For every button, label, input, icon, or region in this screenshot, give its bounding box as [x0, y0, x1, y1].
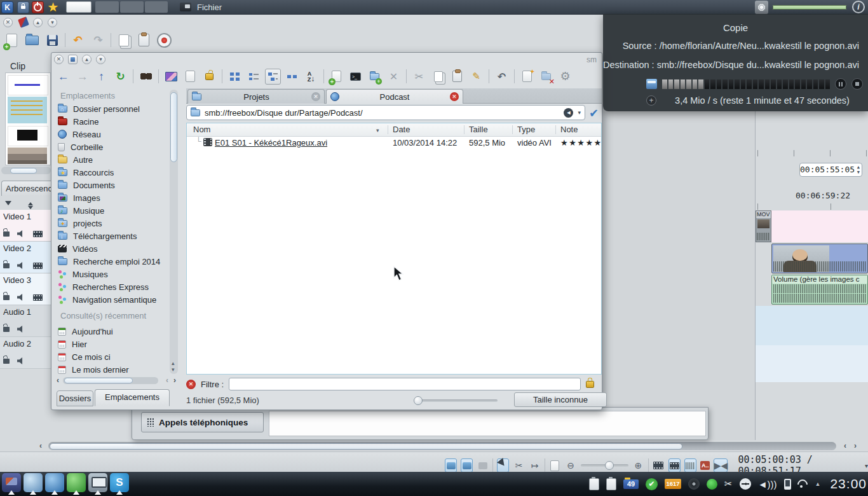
film-frames-icon[interactable] [653, 458, 665, 472]
place-videos[interactable]: Vidéos [58, 242, 167, 255]
stop-icon[interactable] [851, 78, 863, 90]
forward-icon[interactable]: → [74, 69, 90, 85]
undo-icon[interactable]: ↶ [70, 32, 86, 48]
cut-icon[interactable]: ✂ [411, 69, 427, 85]
close-tab-icon[interactable]: ✕ [450, 92, 459, 101]
expand-details-icon[interactable]: + [646, 95, 656, 106]
column-type[interactable]: Type [517, 125, 535, 134]
places-vscrollbar[interactable]: ▴▾ [170, 90, 178, 374]
back-icon[interactable]: ← [55, 69, 71, 85]
undo-icon[interactable]: ↶ [494, 69, 510, 85]
place-corbeille[interactable]: Corbeille [58, 141, 167, 153]
mute-track-icon[interactable] [17, 230, 25, 237]
clip-list[interactable] [5, 72, 51, 165]
place-dossier-personnel[interactable]: ⌂Dossier personnel [58, 102, 167, 115]
panel-tab-dossiers[interactable]: Dossiers [57, 390, 93, 406]
track-header-video2[interactable]: Video 2 [0, 242, 52, 273]
file-list[interactable]: Nom ▾ Date Taille Type Note └ E01 S01 - … [186, 123, 602, 375]
monitor-timecode-spinbox[interactable]: 00:05:55:05▲▼ [799, 163, 862, 177]
view-list-icon[interactable] [246, 69, 262, 85]
zoom-slider[interactable] [581, 464, 628, 467]
clear-url-icon[interactable]: ◄ [564, 108, 573, 118]
scroll-left-icon[interactable]: ‹ [844, 441, 846, 450]
find-icon[interactable] [138, 69, 154, 85]
track-header-audio1[interactable]: Audio 1 [0, 305, 52, 337]
place-aujourdhui[interactable]: Aujourd'hui [58, 325, 167, 338]
view-compact-icon[interactable] [284, 69, 300, 85]
clip-thumbnail[interactable] [8, 126, 48, 146]
rename-icon[interactable]: ✎ [468, 69, 484, 85]
counter-badge[interactable]: 1617 [665, 479, 681, 489]
task-preview[interactable] [120, 1, 144, 13]
track-header-video3[interactable]: Video 3 [0, 273, 52, 305]
place-navigation-semantique[interactable]: Navigation sémantique [58, 293, 167, 306]
document-icon[interactable] [182, 69, 198, 85]
selection-tool-icon[interactable] [497, 458, 509, 472]
new-tab-icon[interactable] [519, 69, 535, 85]
badge-count[interactable]: 49 [623, 479, 639, 489]
clip-thumbnail[interactable] [8, 97, 47, 123]
timeline-track-video1[interactable] [756, 210, 868, 242]
scroll-left-icon[interactable]: ‹ [39, 441, 42, 450]
show-video-thumbnails-icon[interactable] [668, 458, 681, 472]
hide-track-icon[interactable] [33, 263, 43, 269]
scroll-up-icon[interactable]: ▴ [172, 360, 175, 366]
edit-guide-icon[interactable] [549, 458, 561, 472]
taskbar-app-icon[interactable] [24, 473, 43, 492]
pause-icon[interactable] [835, 78, 846, 90]
taskbar-browser-icon[interactable] [45, 473, 64, 492]
lock-track-icon[interactable] [3, 295, 10, 300]
record-status-icon[interactable] [707, 479, 717, 490]
timeline-clip-mov[interactable]: MOV [756, 210, 771, 242]
zoom-out-icon[interactable]: ⊖ [565, 458, 577, 472]
place-projects[interactable]: ✦projects [58, 217, 167, 230]
monitor-ruler[interactable] [757, 150, 868, 156]
wifi-tray-icon[interactable] [798, 480, 808, 488]
view-icons-icon[interactable] [227, 69, 243, 85]
redo-icon[interactable]: ↷ [90, 32, 106, 48]
close-window-button[interactable]: ✕ [54, 55, 64, 64]
restore-window-button[interactable] [68, 55, 78, 64]
close-filter-icon[interactable]: ✕ [186, 380, 196, 389]
scroll-left-icon[interactable]: ‹ [57, 376, 59, 385]
timeline-hscrollbar[interactable]: ‹ ‹ › [39, 441, 860, 451]
kdenlive-close-button[interactable]: ✕ [3, 18, 13, 27]
scroll-left-icon[interactable]: ‹ [166, 376, 168, 385]
split-view-icon[interactable] [329, 69, 344, 85]
hide-track-icon[interactable] [33, 231, 43, 237]
copy-icon[interactable] [430, 69, 446, 85]
tray-expander-icon[interactable]: ▲ [815, 481, 821, 487]
favorites-star-icon[interactable]: ★ [47, 1, 59, 13]
scroll-down-icon[interactable]: ▾ [172, 366, 175, 373]
clip-list-hscrollbar[interactable] [1, 167, 51, 174]
scissors-tray-icon[interactable]: ✂ [724, 478, 733, 490]
column-nom[interactable]: Nom [193, 125, 210, 134]
close-folder-icon[interactable] [538, 69, 554, 85]
spacer-tool-icon[interactable]: ↦ [529, 458, 541, 472]
reload-icon[interactable]: ↻ [112, 69, 128, 85]
snap-icon[interactable]: ▶◀ [714, 458, 728, 472]
place-raccourcis[interactable]: ★Raccourcis [58, 166, 167, 179]
task-preview[interactable] [145, 1, 168, 13]
column-note[interactable]: Note [560, 125, 578, 134]
menu-fichier[interactable]: Fichier [197, 3, 222, 12]
timeline-clip-video[interactable] [771, 244, 868, 273]
taskbar-skype-icon[interactable]: S [110, 473, 129, 492]
place-telechargements[interactable]: ↓Téléchargements [58, 230, 167, 242]
place-documents[interactable]: Documents [58, 179, 167, 191]
column-date[interactable]: Date [393, 125, 410, 134]
clipboard-tray-icon[interactable] [606, 478, 616, 490]
mute-track-icon[interactable] [17, 357, 25, 364]
record-icon[interactable] [156, 32, 172, 48]
kdenlive-shade-down-button[interactable]: ▾ [48, 18, 57, 27]
timeline-clip-audio-volume[interactable]: Volume (gère les images c [771, 275, 868, 305]
place-reseau[interactable]: Réseau [58, 128, 167, 141]
power-icon[interactable] [32, 1, 44, 13]
extract-zone-icon[interactable] [477, 458, 489, 472]
kdenlive-paint-icon[interactable] [18, 17, 29, 28]
lock-screen-icon[interactable] [17, 1, 29, 13]
new-folder-icon[interactable] [367, 69, 383, 85]
hide-track-icon[interactable] [33, 294, 43, 301]
mute-track-icon[interactable] [17, 326, 25, 333]
delete-icon[interactable]: ✕ [386, 69, 402, 85]
